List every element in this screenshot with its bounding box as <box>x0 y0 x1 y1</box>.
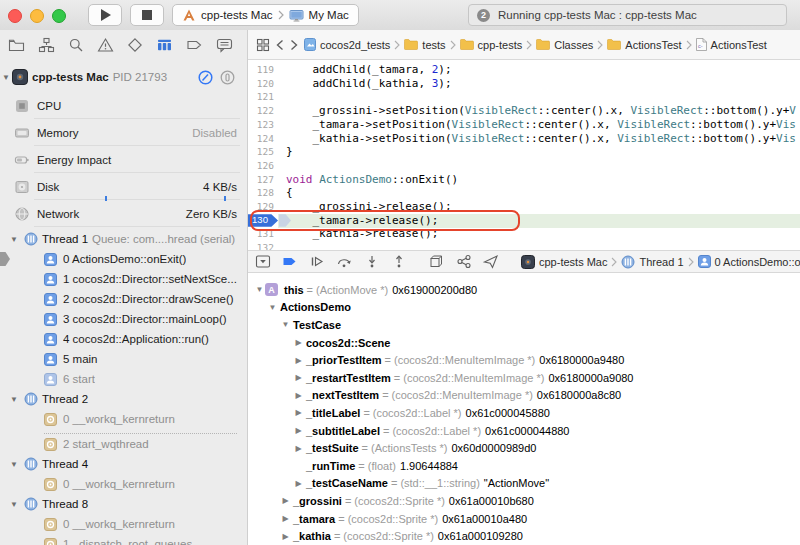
variable-row[interactable]: ▶cocos2d::Scene <box>248 334 800 352</box>
step-out-icon[interactable] <box>391 254 407 269</box>
breadcrumb-item[interactable]: tests <box>404 39 445 51</box>
line-number[interactable]: 124 <box>248 132 274 146</box>
disclosure-triangle-icon[interactable]: ▶ <box>280 532 291 541</box>
profile-gauge-button[interactable] <box>198 70 213 85</box>
variable-row[interactable]: ▼Athis=(ActionMove *)0x619000200d80 <box>248 281 800 299</box>
variable-row[interactable]: ▶_kathia=(cocos2d::Sprite *)0x61a0001092… <box>248 527 800 545</box>
variable-row[interactable]: ▶_testCaseName=(std::__1::string)"Action… <box>248 475 800 493</box>
source-control-icon[interactable] <box>38 37 55 53</box>
thread-row[interactable]: ▼Thread 4 <box>0 454 247 474</box>
gauge-row-disk[interactable]: Disk4 KB/s <box>0 173 247 200</box>
code-line[interactable]: 127void ActionsDemo::onExit() <box>248 173 800 187</box>
line-number[interactable]: 132 <box>248 241 274 250</box>
code-line[interactable]: 126 <box>248 159 800 173</box>
code-line[interactable]: 128{ <box>248 186 800 200</box>
stack-frame-row[interactable]: 0 __workq_kernreturn <box>0 474 247 494</box>
close-window-button[interactable] <box>8 9 22 23</box>
stack-frame-row[interactable]: 2 cocos2d::Director::drawScene() <box>0 289 247 309</box>
view-hierarchy-icon[interactable] <box>429 254 445 269</box>
variable-row[interactable]: ▶_priorTestItem=(cocos2d::MenuItemImage … <box>248 351 800 369</box>
stack-frame-row[interactable]: 1 cocos2d::Director::setNextSce... <box>0 269 247 289</box>
line-number[interactable]: 126 <box>248 159 274 173</box>
project-navigator-icon[interactable] <box>8 37 25 53</box>
debug-gauge-icon[interactable] <box>156 37 173 53</box>
variable-row[interactable]: ▶_restartTestItem=(cocos2d::MenuItemImag… <box>248 369 800 387</box>
disclosure-triangle-icon[interactable]: ▼ <box>0 73 12 82</box>
memory-graph-icon[interactable] <box>456 254 472 269</box>
code-line[interactable]: 119 addChild(_tamara, 2); <box>248 63 800 77</box>
disclosure-triangle-icon[interactable]: ▶ <box>293 356 304 365</box>
source-editor[interactable]: 119 addChild(_tamara, 2);120 addChild(_k… <box>248 60 800 250</box>
variable-row[interactable]: ▶_testSuite=(ActionsTests *)0x60d0000989… <box>248 439 800 457</box>
process-row[interactable]: ▼ cpp-tests Mac PID 21793 <box>0 64 247 90</box>
code-line[interactable]: 125} <box>248 145 800 159</box>
disclosure-triangle-icon[interactable]: ▶ <box>293 391 304 400</box>
stack-frame-row[interactable]: 0 __workq_kernreturn <box>0 409 247 429</box>
run-button[interactable] <box>88 4 122 26</box>
breadcrumb-item[interactable]: cpp-tests Mac <box>521 255 607 269</box>
activity-viewer[interactable]: 2 Running cpp-tests Mac : cpp-tests Mac <box>468 4 787 26</box>
disclosure-triangle-icon[interactable]: ▶ <box>293 338 304 347</box>
disclosure-triangle-icon[interactable]: ▶ <box>293 373 304 382</box>
line-number[interactable]: 128 <box>248 186 274 200</box>
disclosure-triangle-icon[interactable]: ▼ <box>267 303 278 312</box>
breadcrumb-item[interactable]: ActionsTest <box>607 39 681 51</box>
stack-frame-row[interactable]: 2 start_wqthread <box>0 434 247 454</box>
gauge-row-memory[interactable]: MemoryDisabled <box>0 119 247 146</box>
disclosure-triangle-icon[interactable]: ▶ <box>293 479 304 488</box>
step-over-icon[interactable] <box>336 254 353 269</box>
variable-row[interactable]: ▶_subtitleLabel=(cocos2d::Label *)0x61c0… <box>248 422 800 440</box>
reports-icon[interactable] <box>216 37 233 53</box>
code-line[interactable]: 122 _grossini->setPosition(VisibleRect::… <box>248 104 800 118</box>
disclosure-triangle-icon[interactable]: ▶ <box>280 496 291 505</box>
disclosure-triangle-icon[interactable]: ▼ <box>8 395 20 404</box>
stack-frame-row[interactable]: 3 cocos2d::Director::mainLoop() <box>0 309 247 329</box>
line-number[interactable]: 120 <box>248 77 274 91</box>
disclosure-triangle-icon[interactable]: ▼ <box>280 320 291 329</box>
breadcrumb-item[interactable]: 0 ActionsDemo::onExit() <box>698 255 800 268</box>
disclosure-triangle-icon[interactable]: ▼ <box>8 500 20 509</box>
gauge-row-energy-impact[interactable]: Energy Impact <box>0 146 247 173</box>
breadcrumb-item[interactable]: Thread 1 <box>621 255 683 269</box>
stack-frame-row[interactable]: 1 _dispatch_root_queues <box>0 534 247 545</box>
thread-row[interactable]: ▼Thread 8 <box>0 494 247 514</box>
variable-row[interactable]: ▶_nextTestItem=(cocos2d::MenuItemImage *… <box>248 387 800 405</box>
thread-row[interactable]: ▼Thread 1Queue: com....hread (serial) <box>0 229 247 249</box>
gauge-row-network[interactable]: NetworkZero KB/s <box>0 200 247 227</box>
forward-button[interactable] <box>290 39 298 51</box>
disclosure-triangle-icon[interactable]: ▶ <box>293 426 304 435</box>
line-number[interactable]: 125 <box>248 145 274 159</box>
variable-row[interactable]: ▶_tamara=(cocos2d::Sprite *)0x61a00010a4… <box>248 510 800 528</box>
breadcrumb-item[interactable]: cpp-tests <box>460 39 523 51</box>
line-number[interactable]: 122 <box>248 104 274 118</box>
breadcrumb-item[interactable]: Classes <box>536 39 593 51</box>
variable-row[interactable]: ▶_titleLabel=(cocos2d::Label *)0x61c0000… <box>248 404 800 422</box>
minimize-window-button[interactable] <box>30 9 44 23</box>
stack-frame-row[interactable]: 4 cocos2d::Application::run() <box>0 329 247 349</box>
disclosure-triangle-icon[interactable]: ▶ <box>293 444 304 453</box>
disclosure-triangle-icon[interactable]: ▼ <box>8 460 20 469</box>
back-button[interactable] <box>276 39 284 51</box>
scheme-selector[interactable]: cpp-tests Mac My Mac <box>172 4 359 26</box>
breadcrumb-item[interactable]: cocos2d_tests <box>304 38 390 51</box>
stop-button[interactable] <box>130 4 164 26</box>
disclosure-triangle-icon[interactable]: ▶ <box>293 408 304 417</box>
line-number[interactable]: 119 <box>248 63 274 77</box>
search-icon[interactable] <box>68 37 84 53</box>
code-line[interactable]: 120 addChild(_kathia, 3); <box>248 77 800 91</box>
sidebar-divider[interactable] <box>247 30 248 545</box>
related-items-icon[interactable] <box>256 38 270 52</box>
disclosure-triangle-icon[interactable]: ▼ <box>254 285 265 294</box>
gauge-row-cpu[interactable]: CPU <box>0 92 247 119</box>
code-line[interactable]: 124 _kathia->setPosition(VisibleRect::ce… <box>248 132 800 146</box>
code-line[interactable]: 123 _tamara->setPosition(VisibleRect::ce… <box>248 118 800 132</box>
zoom-window-button[interactable] <box>52 9 66 23</box>
line-number[interactable]: 123 <box>248 118 274 132</box>
variable-row[interactable]: ▼ActionsDemo <box>248 299 800 317</box>
stack-frame-row[interactable]: 5 main <box>0 349 247 369</box>
hide-debug-area-icon[interactable] <box>255 254 271 269</box>
line-number[interactable]: 121 <box>248 90 274 104</box>
disclosure-triangle-icon[interactable]: ▶ <box>280 514 291 523</box>
breakpoints-icon[interactable] <box>186 37 203 53</box>
simulate-location-icon[interactable] <box>483 254 499 269</box>
